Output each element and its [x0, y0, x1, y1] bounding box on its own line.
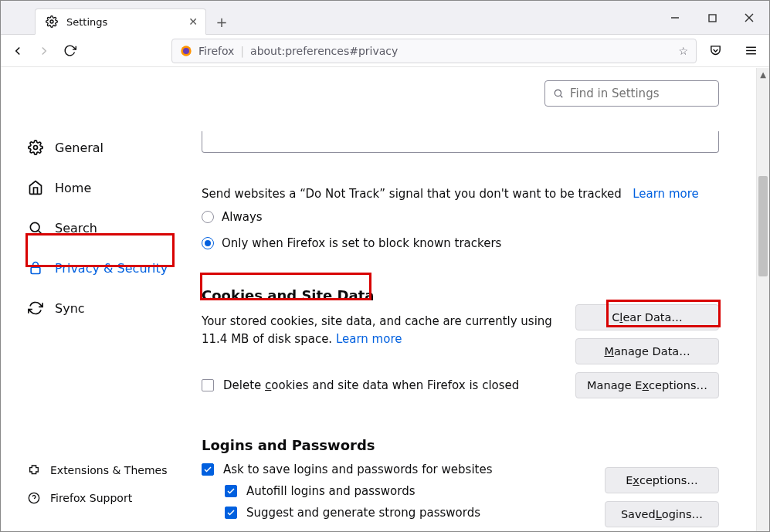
svg-rect-2: [709, 15, 716, 22]
page-body: General Home Search Privacy & Security S…: [1, 68, 769, 531]
app-menu-icon[interactable]: [740, 40, 762, 62]
search-icon: [553, 88, 564, 99]
browser-window: Settings ✕ + Firefox | about:preferences…: [0, 0, 770, 532]
new-tab-button[interactable]: +: [212, 12, 231, 31]
radio-icon[interactable]: [202, 211, 214, 223]
search-settings-input[interactable]: Find in Settings: [544, 80, 719, 107]
home-icon: [27, 179, 44, 196]
tab-settings[interactable]: Settings ✕: [35, 8, 206, 35]
clear-data-button[interactable]: Clear Data…: [575, 304, 719, 330]
checkbox-icon[interactable]: [202, 463, 214, 476]
checkbox-label: Ask to save logins and passwords for web…: [223, 463, 492, 476]
cookies-learn-more-link[interactable]: Learn more: [336, 332, 402, 346]
minimize-button[interactable]: [666, 8, 684, 27]
tab-title: Settings: [66, 16, 107, 28]
vertical-scrollbar[interactable]: ▲: [756, 68, 769, 531]
gear-icon: [27, 139, 44, 156]
svg-line-17: [561, 96, 563, 98]
sidebar-item-general[interactable]: General: [27, 136, 183, 159]
radio-label: Only when Firefox is set to block known …: [222, 236, 501, 250]
settings-sidebar: General Home Search Privacy & Security S…: [1, 68, 192, 531]
sidebar-item-label: Extensions & Themes: [50, 464, 167, 476]
dnt-description: Send websites a “Do Not Track” signal th…: [202, 187, 622, 201]
manage-exceptions-button[interactable]: Manage Exceptions…: [575, 372, 719, 398]
svg-point-6: [183, 48, 189, 54]
cookies-description: Your stored cookies, site data, and cach…: [202, 313, 572, 347]
svg-point-16: [555, 90, 561, 96]
saved-logins-button[interactable]: Saved Logins…: [605, 501, 719, 527]
svg-point-11: [30, 222, 39, 232]
sidebar-item-label: General: [55, 141, 103, 155]
firefox-logo-icon: [180, 45, 192, 57]
svg-rect-13: [31, 267, 40, 273]
cookies-heading: Cookies and Site Data: [202, 287, 719, 303]
sidebar-item-label: Firefox Support: [50, 492, 132, 504]
lock-icon: [27, 259, 44, 276]
dnt-always-row[interactable]: Always: [202, 210, 719, 224]
identity-label: Firefox: [198, 45, 234, 57]
puzzle-icon: [27, 463, 41, 477]
scroll-up-icon[interactable]: ▲: [757, 68, 769, 81]
close-window-button[interactable]: [740, 8, 758, 27]
back-button[interactable]: [8, 40, 27, 62]
reload-button[interactable]: [60, 40, 79, 62]
titlebar: Settings ✕ +: [1, 1, 769, 35]
manage-data-button[interactable]: Manage Data…: [575, 338, 719, 364]
checkbox-icon[interactable]: [225, 507, 237, 519]
sidebar-item-label: Sync: [55, 301, 85, 316]
sidebar-item-extensions[interactable]: Extensions & Themes: [27, 462, 183, 479]
radio-label: Always: [222, 210, 263, 224]
sidebar-item-sync[interactable]: Sync: [27, 296, 183, 320]
search-placeholder: Find in Settings: [570, 86, 659, 100]
maximize-button[interactable]: [703, 8, 721, 27]
sidebar-item-home[interactable]: Home: [27, 176, 183, 199]
checkbox-label: Autofill logins and passwords: [246, 484, 416, 498]
checkbox-icon[interactable]: [225, 485, 237, 497]
gear-icon: [43, 13, 60, 30]
settings-main: Find in Settings Send websites a “Do Not…: [192, 68, 756, 531]
logins-heading: Logins and Passwords: [202, 437, 719, 453]
close-tab-icon[interactable]: ✕: [188, 15, 198, 28]
checkbox-label: Suggest and generate strong passwords: [246, 506, 480, 520]
sidebar-item-label: Privacy & Security: [55, 261, 168, 276]
dnt-known-row[interactable]: Only when Firefox is set to block known …: [202, 236, 719, 250]
sidebar-item-label: Search: [55, 221, 97, 236]
scroll-thumb[interactable]: [758, 176, 768, 276]
help-icon: [27, 491, 41, 505]
nav-toolbar: Firefox | about:preferences#privacy ☆: [1, 35, 769, 67]
sidebar-item-privacy[interactable]: Privacy & Security: [27, 256, 183, 280]
exceptions-button[interactable]: Exceptions…: [605, 467, 719, 493]
pocket-icon[interactable]: [704, 40, 726, 62]
forward-button: [35, 40, 53, 62]
dnt-section: Send websites a “Do Not Track” signal th…: [202, 187, 719, 250]
window-controls: [666, 1, 765, 35]
checkbox-icon[interactable]: [202, 379, 214, 391]
url-text: about:preferences#privacy: [250, 45, 398, 57]
truncated-input[interactable]: [202, 131, 719, 153]
dnt-learn-more-link[interactable]: Learn more: [633, 187, 699, 201]
bookmark-star-icon[interactable]: ☆: [678, 45, 688, 57]
sidebar-item-label: Home: [55, 181, 91, 195]
search-icon: [27, 219, 44, 236]
svg-point-0: [50, 20, 53, 23]
cookies-button-column: Clear Data… Manage Data… Manage Exceptio…: [575, 304, 719, 398]
checkbox-label: Delete cookies and site data when Firefo…: [223, 378, 519, 392]
svg-line-12: [39, 231, 42, 234]
logins-button-column: Exceptions… Saved Logins…: [605, 467, 719, 527]
sidebar-item-support[interactable]: Firefox Support: [27, 490, 183, 507]
url-bar[interactable]: Firefox | about:preferences#privacy ☆: [171, 39, 697, 63]
sync-icon: [27, 300, 44, 317]
svg-point-10: [34, 146, 38, 150]
sidebar-item-search[interactable]: Search: [27, 216, 183, 239]
radio-icon[interactable]: [202, 237, 214, 249]
